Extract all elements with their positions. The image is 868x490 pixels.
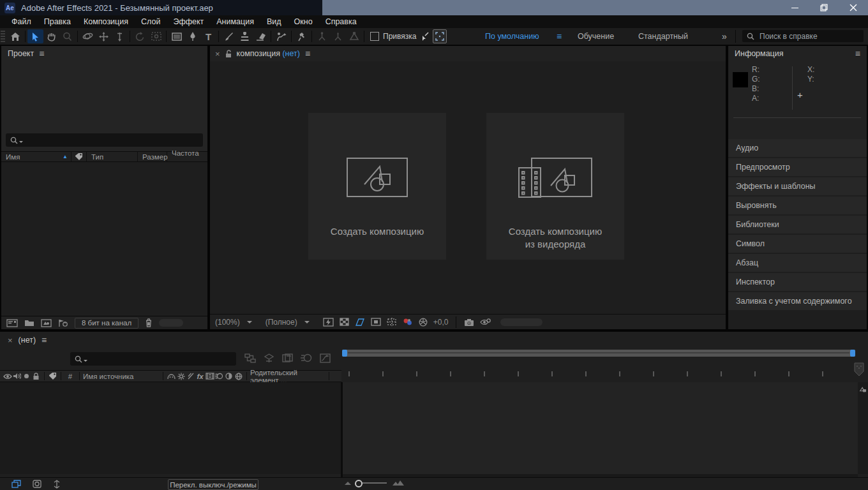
timeline-tab[interactable]: (нет): [19, 336, 36, 345]
workspace-menu-icon[interactable]: ≡: [557, 28, 562, 45]
eraser-tool[interactable]: [253, 29, 269, 43]
column-rate[interactable]: Частота ..: [167, 152, 202, 161]
quality-switch-icon[interactable]: [186, 373, 195, 380]
zoom-slider-knob[interactable]: [355, 480, 363, 487]
zoom-in-mountains-icon[interactable]: [392, 479, 405, 486]
audio-icon[interactable]: [12, 373, 22, 380]
adjustment-layer-switch-icon[interactable]: [224, 373, 234, 380]
comp-marker-bin-button[interactable]: [854, 362, 864, 376]
menu-effect[interactable]: Эффект: [167, 17, 210, 26]
fast-preview-button[interactable]: [323, 318, 334, 327]
layer-number-column[interactable]: #: [64, 373, 76, 380]
panel-tab-libraries[interactable]: Библиотеки: [728, 216, 867, 234]
interpret-footage-button[interactable]: [6, 319, 18, 327]
toggle-switches-modes-button[interactable]: Перекл. выключ./режимы: [168, 479, 258, 490]
guides-options-button[interactable]: [387, 318, 397, 326]
time-ruler[interactable]: [342, 358, 853, 382]
work-area-bar[interactable]: [342, 350, 855, 357]
menu-view[interactable]: Вид: [260, 17, 288, 26]
type-tool[interactable]: T: [200, 29, 216, 43]
camera-roi-tool[interactable]: [148, 29, 164, 43]
snap-options-button[interactable]: [433, 29, 447, 43]
pan-camera-tool[interactable]: [96, 29, 112, 43]
restore-button[interactable]: [809, 0, 839, 15]
exposure-value[interactable]: +0,0: [433, 318, 449, 327]
bit-depth-button[interactable]: 8 бит на канал: [75, 318, 138, 329]
snapshot-button[interactable]: [464, 318, 474, 326]
rectangle-tool[interactable]: [168, 29, 184, 43]
label-tag-icon[interactable]: [48, 372, 57, 380]
project-panel-menu-icon[interactable]: ≡: [39, 48, 44, 59]
effects-switch-icon[interactable]: fx: [195, 373, 205, 380]
motion-blur-button[interactable]: [301, 353, 312, 363]
mask-visibility-button[interactable]: [355, 318, 365, 326]
dolly-camera-tool[interactable]: [112, 29, 128, 43]
clone-stamp-tool[interactable]: [237, 29, 253, 43]
panel-tab-paragraph[interactable]: Абзац: [728, 254, 867, 272]
graph-editor-button[interactable]: [320, 353, 331, 363]
new-composition-card[interactable]: Создать композицию: [308, 113, 446, 260]
magnification-value[interactable]: (100%): [215, 318, 240, 327]
selection-tool[interactable]: [27, 29, 43, 43]
region-of-interest-button[interactable]: [371, 318, 381, 326]
project-tab[interactable]: Проект: [8, 49, 34, 58]
close-button[interactable]: [839, 0, 868, 15]
unlock-icon[interactable]: [225, 50, 232, 58]
collapse-transformations-icon[interactable]: [176, 373, 186, 380]
help-search-input[interactable]: [758, 31, 860, 41]
frame-blending-button[interactable]: [282, 353, 293, 363]
exposure-icon[interactable]: [419, 318, 428, 327]
source-name-column[interactable]: Имя источника: [83, 373, 160, 380]
panel-tab-inspector[interactable]: Инспектор: [728, 273, 867, 291]
proxy-button[interactable]: [58, 319, 68, 327]
puppet-position-pin-tool[interactable]: [314, 29, 330, 43]
composition-button-icon[interactable]: [858, 385, 868, 394]
channel-colors-icon[interactable]: [403, 318, 413, 326]
workspace-tab-learn[interactable]: Обучение: [578, 28, 614, 45]
brush-tool[interactable]: [221, 29, 237, 43]
frame-blend-switch-icon[interactable]: [205, 373, 214, 380]
new-composition-button[interactable]: [41, 319, 52, 327]
delete-item-button[interactable]: [145, 318, 153, 327]
close-tab-icon[interactable]: ×: [8, 336, 13, 345]
show-snapshot-button[interactable]: [480, 318, 491, 326]
timeline-search[interactable]: [70, 352, 236, 366]
column-size[interactable]: Размер: [138, 152, 167, 161]
lock-icon[interactable]: [31, 373, 41, 380]
parent-column[interactable]: Родительский элемент ...: [250, 369, 326, 384]
zoom-out-mountain-icon[interactable]: [343, 480, 352, 486]
workspace-tab-standard[interactable]: Стандартный: [638, 28, 688, 45]
expand-in-out-stretch-button[interactable]: [53, 480, 61, 489]
resolution-caret-icon[interactable]: [304, 321, 310, 323]
transparency-grid-button[interactable]: [340, 318, 349, 326]
panel-tab-align[interactable]: Выровнять: [728, 197, 867, 214]
menu-animation[interactable]: Анимация: [210, 17, 260, 26]
menu-help[interactable]: Справка: [319, 17, 363, 26]
composition-tab[interactable]: композиция (нет): [237, 49, 300, 58]
zoom-tool[interactable]: [59, 29, 75, 43]
orbit-camera-tool[interactable]: [80, 29, 96, 43]
puppet-pin-tool[interactable]: [294, 29, 310, 43]
panel-tab-content-aware-fill[interactable]: Заливка с учетом содержимого: [728, 292, 867, 310]
new-composition-from-footage-card[interactable]: Создать композицию из видеоряда: [486, 113, 624, 260]
track-area[interactable]: [343, 382, 858, 474]
panel-tab-character[interactable]: Символ: [728, 235, 867, 253]
workspace-tab-default[interactable]: По умолчанию: [485, 28, 539, 45]
snap-checkbox[interactable]: [370, 32, 379, 41]
new-folder-button[interactable]: [24, 319, 34, 327]
project-items-list[interactable]: [1, 162, 207, 316]
mini-flowchart-button[interactable]: [244, 353, 256, 363]
hand-tool[interactable]: [43, 29, 59, 43]
workspace-overflow-button[interactable]: »: [722, 28, 727, 45]
home-tool[interactable]: [7, 29, 23, 43]
magnification-caret-icon[interactable]: [247, 321, 252, 323]
panel-tab-audio[interactable]: Аудио: [728, 139, 867, 157]
menu-window[interactable]: Окно: [288, 17, 319, 26]
timeline-panel-menu-icon[interactable]: ≡: [41, 335, 47, 345]
pen-tool[interactable]: [184, 29, 200, 43]
column-type[interactable]: Тип: [87, 152, 138, 161]
motion-blur-switch-icon[interactable]: [214, 373, 224, 380]
puppet-starch-pin-tool[interactable]: [330, 29, 346, 43]
panel-tab-preview[interactable]: Предпросмотр: [728, 158, 867, 176]
shy-switch-icon[interactable]: [167, 373, 176, 380]
